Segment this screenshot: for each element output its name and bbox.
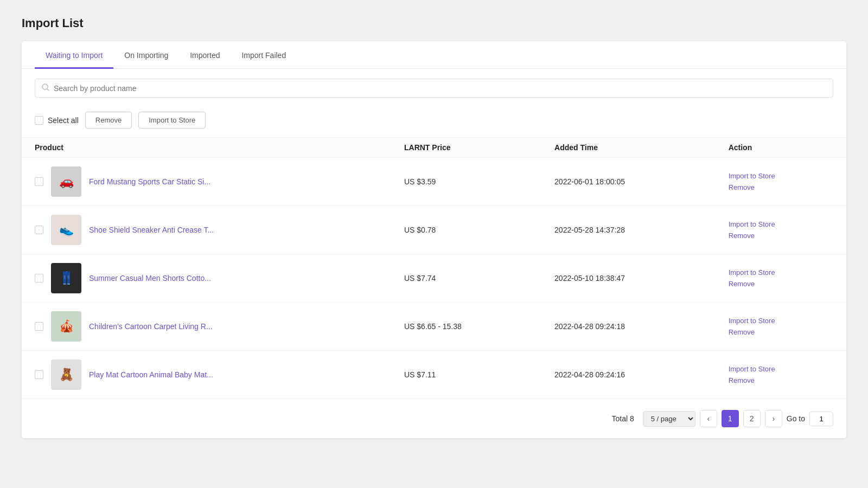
remove-link-3[interactable]: Remove xyxy=(729,328,833,336)
product-thumbnail-3: 🎪 xyxy=(51,311,81,342)
remove-link-0[interactable]: Remove xyxy=(729,183,833,191)
goto-label: Go to xyxy=(787,414,805,423)
import-to-store-link-2[interactable]: Import to Store xyxy=(729,268,833,277)
import-to-store-link-1[interactable]: Import to Store xyxy=(729,220,833,228)
product-time-0: 2022-06-01 18:00:05 xyxy=(541,158,716,206)
product-price-0: US $3.59 xyxy=(391,158,541,206)
action-cell-3: Import to Store Remove xyxy=(729,317,833,336)
row-checkbox-0[interactable] xyxy=(35,177,43,186)
product-price-1: US $0.78 xyxy=(391,206,541,254)
import-to-store-link-3[interactable]: Import to Store xyxy=(729,317,833,325)
product-time-4: 2022-04-28 09:24:16 xyxy=(541,351,716,399)
select-all-label[interactable]: Select all xyxy=(48,116,79,125)
product-table: Product LARNT Price Added Time Action 🚗 … xyxy=(22,137,846,399)
search-input[interactable] xyxy=(54,84,826,93)
tabs-container: Waiting to Import On Importing Imported … xyxy=(22,41,846,69)
action-cell-0: Import to Store Remove xyxy=(729,172,833,191)
tab-on-importing[interactable]: On Importing xyxy=(113,41,179,69)
remove-link-1[interactable]: Remove xyxy=(729,232,833,240)
tab-import-failed[interactable]: Import Failed xyxy=(231,41,297,69)
table-row: 👖 Summer Casual Men Shorts Cotto... US $… xyxy=(22,254,846,303)
remove-button[interactable]: Remove xyxy=(85,112,132,129)
svg-line-1 xyxy=(47,89,49,91)
product-thumbnail-4: 🧸 xyxy=(51,359,81,390)
remove-link-4[interactable]: Remove xyxy=(729,376,833,384)
page-2-button[interactable]: 2 xyxy=(743,410,761,427)
remove-link-2[interactable]: Remove xyxy=(729,280,833,288)
table-row: 🚗 Ford Mustang Sports Car Static Si... U… xyxy=(22,158,846,206)
search-icon xyxy=(42,84,49,93)
page-title: Import List xyxy=(22,16,846,30)
product-price-4: US $7.11 xyxy=(391,351,541,399)
product-name-3[interactable]: Children's Cartoon Carpet Living R... xyxy=(89,322,213,331)
product-name-1[interactable]: Shoe Shield Sneaker Anti Crease T... xyxy=(89,226,214,234)
row-checkbox-4[interactable] xyxy=(35,370,43,379)
col-header-time: Added Time xyxy=(541,138,716,158)
col-header-product: Product xyxy=(22,138,391,158)
import-to-store-link-4[interactable]: Import to Store xyxy=(729,365,833,373)
table-row: 👟 Shoe Shield Sneaker Anti Crease T... U… xyxy=(22,206,846,254)
import-to-store-link-0[interactable]: Import to Store xyxy=(729,172,833,180)
action-cell-2: Import to Store Remove xyxy=(729,268,833,288)
product-price-3: US $6.65 - 15.38 xyxy=(391,303,541,351)
table-row: 🧸 Play Mat Cartoon Animal Baby Mat... US… xyxy=(22,351,846,399)
product-thumbnail-2: 👖 xyxy=(51,263,81,293)
prev-page-button[interactable]: ‹ xyxy=(700,410,717,427)
main-card: Waiting to Import On Importing Imported … xyxy=(22,41,846,438)
search-box xyxy=(35,79,833,98)
product-name-4[interactable]: Play Mat Cartoon Animal Baby Mat... xyxy=(89,370,213,379)
product-thumbnail-0: 🚗 xyxy=(51,166,81,197)
goto-input[interactable] xyxy=(809,412,833,426)
pagination-area: Total 8 5 / page 10 / page 20 / page ‹ 1… xyxy=(22,399,846,427)
import-to-store-button[interactable]: Import to Store xyxy=(138,112,206,129)
toolbar: Select all Remove Import to Store xyxy=(22,107,846,137)
select-all-checkbox[interactable] xyxy=(35,116,43,125)
product-thumbnail-1: 👟 xyxy=(51,215,81,245)
row-checkbox-3[interactable] xyxy=(35,322,43,331)
search-area xyxy=(22,69,846,107)
product-name-2[interactable]: Summer Casual Men Shorts Cotto... xyxy=(89,274,211,282)
tab-waiting-to-import[interactable]: Waiting to Import xyxy=(35,41,113,69)
product-time-2: 2022-05-10 18:38:47 xyxy=(541,254,716,303)
product-price-2: US $7.74 xyxy=(391,254,541,303)
action-cell-4: Import to Store Remove xyxy=(729,365,833,384)
product-time-3: 2022-04-28 09:24:18 xyxy=(541,303,716,351)
tab-imported[interactable]: Imported xyxy=(179,41,231,69)
total-label: Total 8 xyxy=(612,414,634,423)
row-checkbox-1[interactable] xyxy=(35,226,43,234)
per-page-select[interactable]: 5 / page 10 / page 20 / page xyxy=(643,411,695,427)
next-page-button[interactable]: › xyxy=(765,410,782,427)
page-1-button[interactable]: 1 xyxy=(722,410,739,427)
product-name-0[interactable]: Ford Mustang Sports Car Static Si... xyxy=(89,177,210,186)
action-cell-1: Import to Store Remove xyxy=(729,220,833,240)
col-header-action: Action xyxy=(716,138,846,158)
table-row: 🎪 Children's Cartoon Carpet Living R... … xyxy=(22,303,846,351)
product-time-1: 2022-05-28 14:37:28 xyxy=(541,206,716,254)
col-header-price: LARNT Price xyxy=(391,138,541,158)
row-checkbox-2[interactable] xyxy=(35,274,43,282)
select-all-wrap: Select all xyxy=(35,116,79,125)
